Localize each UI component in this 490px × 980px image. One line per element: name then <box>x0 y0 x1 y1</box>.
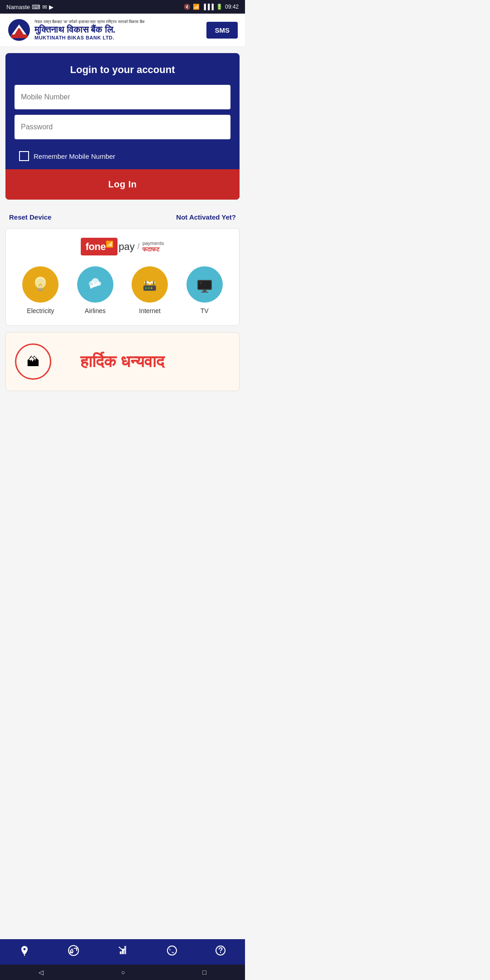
bank-name-nepali: मुक्तिनाथ विकास बैंक लि. <box>34 24 145 35</box>
tv-icon-circle <box>186 266 223 303</box>
remember-row: Remember Mobile Number <box>15 151 230 161</box>
airlines-label: Airlines <box>85 307 106 314</box>
bank-logo: नेपाल राष्ट्र बैंकबाट 'क' वर्गको इजाजत प… <box>7 18 145 42</box>
fonepay-card: fone📶 pay / payments फटाफट <box>5 228 240 326</box>
fonepay-payments-ne: फटाफट <box>142 246 159 253</box>
bank-logo-icon <box>7 18 31 42</box>
svg-point-22 <box>151 287 152 289</box>
fonepay-pay: pay <box>118 241 134 253</box>
fonepay-payments: payments फटाफट <box>142 240 164 252</box>
banner-text: हार्दिक धन्यवाद <box>80 352 164 371</box>
mail-icon: ✉ <box>42 4 47 10</box>
fonepay-red-box: fone📶 <box>81 238 118 255</box>
battery-icon: 🔋 <box>216 4 223 10</box>
service-internet[interactable]: Internet <box>126 266 174 314</box>
login-title: Login to your account <box>15 64 230 76</box>
service-electricity[interactable]: Electricity <box>16 266 64 314</box>
login-button[interactable]: Log In <box>5 169 240 200</box>
login-card: Login to your account Remember Mobile Nu… <box>5 53 240 200</box>
airlines-icon-circle <box>77 266 113 303</box>
status-right: 🔇 📶 ▐▐▐ 🔋 09:42 <box>184 4 239 10</box>
usb-icon: ⌨ <box>32 4 40 10</box>
mute-icon: 🔇 <box>184 4 191 10</box>
internet-label: Internet <box>139 307 161 314</box>
svg-rect-5 <box>11 34 27 38</box>
password-input[interactable] <box>15 115 230 139</box>
fone-text: fone <box>85 241 105 252</box>
fonepay-divider: / <box>137 242 140 251</box>
svg-point-23 <box>149 283 151 284</box>
mobile-number-input[interactable] <box>15 85 230 109</box>
fonepay-payments-en: payments <box>142 240 164 246</box>
banner-circle: 🏔 <box>15 343 51 380</box>
bank-name-block: नेपाल राष्ट्र बैंकबाट 'क' वर्गको इजाजत प… <box>34 20 145 40</box>
electricity-label: Electricity <box>27 307 54 314</box>
bank-tagline: नेपाल राष्ट्र बैंकबाट 'क' वर्गको इजाजत प… <box>34 20 145 24</box>
electricity-icon-circle <box>22 266 59 303</box>
remember-label: Remember Mobile Number <box>34 152 115 160</box>
signal-icon: ▐▐▐ <box>202 4 214 10</box>
status-bar: Namaste ⌨ ✉ ▶ 🔇 📶 ▐▐▐ 🔋 09:42 <box>0 0 245 14</box>
status-left: Namaste ⌨ ✉ ▶ <box>6 4 54 10</box>
svg-rect-25 <box>153 281 154 285</box>
reset-device-link[interactable]: Reset Device <box>9 213 51 221</box>
svg-rect-29 <box>201 292 208 293</box>
app-header: नेपाल राष्ट्र बैंकबाट 'क' वर्गको इजाजत प… <box>0 14 245 47</box>
internet-icon-circle <box>132 266 168 303</box>
links-row: Reset Device Not Activated Yet? <box>0 206 245 228</box>
wifi-icon: 📶 <box>193 4 200 10</box>
services-grid: Electricity <box>13 266 232 314</box>
bank-name-english: MUKTINATH BIKAS BANK LTD. <box>34 35 145 40</box>
remember-checkbox[interactable] <box>19 151 29 161</box>
clock: 09:42 <box>225 4 239 10</box>
svg-point-21 <box>148 287 150 289</box>
svg-point-20 <box>145 287 147 289</box>
banner-card: 🏔 हार्दिक धन्यवाद <box>5 332 240 391</box>
fonepay-logo: fone📶 pay / payments फटाफट <box>13 238 232 255</box>
service-tv[interactable]: TV <box>181 266 229 314</box>
svg-rect-28 <box>203 290 206 292</box>
not-activated-link[interactable]: Not Activated Yet? <box>176 213 236 221</box>
tv-label: TV <box>201 307 209 314</box>
carrier-name: Namaste <box>6 4 30 10</box>
sms-button[interactable]: SMS <box>206 22 238 39</box>
service-airlines[interactable]: Airlines <box>71 266 119 314</box>
svg-rect-24 <box>145 281 147 285</box>
svg-rect-8 <box>38 289 43 291</box>
signal-small: 📶 <box>106 240 113 248</box>
cast-icon: ▶ <box>49 4 54 10</box>
